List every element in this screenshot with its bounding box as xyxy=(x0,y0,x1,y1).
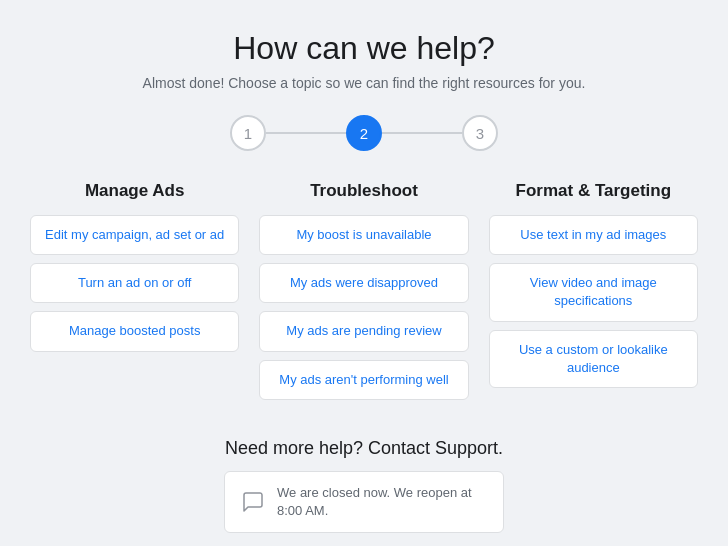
column-troubleshoot: Troubleshoot My boost is unavailable My … xyxy=(249,181,478,408)
option-edit-campaign[interactable]: Edit my campaign, ad set or ad xyxy=(30,215,239,255)
option-turn-ad-on-off[interactable]: Turn an ad on or off xyxy=(30,263,239,303)
option-boost-unavailable[interactable]: My boost is unavailable xyxy=(259,215,468,255)
option-custom-audience[interactable]: Use a custom or lookalike audience xyxy=(489,330,698,388)
support-section: Need more help? Contact Support. We are … xyxy=(20,438,708,533)
option-text-in-images[interactable]: Use text in my ad images xyxy=(489,215,698,255)
step-2: 2 xyxy=(346,115,382,151)
option-ads-pending[interactable]: My ads are pending review xyxy=(259,311,468,351)
option-ads-not-performing[interactable]: My ads aren't performing well xyxy=(259,360,468,400)
step-3: 3 xyxy=(462,115,498,151)
page-title: How can we help? xyxy=(233,30,494,67)
column-title-manage-ads: Manage Ads xyxy=(85,181,185,201)
topic-columns: Manage Ads Edit my campaign, ad set or a… xyxy=(20,181,708,408)
support-title: Need more help? Contact Support. xyxy=(225,438,503,459)
column-title-format-targeting: Format & Targeting xyxy=(516,181,672,201)
column-format-targeting: Format & Targeting Use text in my ad ima… xyxy=(479,181,708,408)
step-line-2 xyxy=(382,132,462,134)
option-manage-boosted[interactable]: Manage boosted posts xyxy=(30,311,239,351)
column-title-troubleshoot: Troubleshoot xyxy=(310,181,418,201)
stepper: 1 2 3 xyxy=(230,115,498,151)
support-closed-message: We are closed now. We reopen at 8:00 AM. xyxy=(277,484,487,520)
support-box: We are closed now. We reopen at 8:00 AM. xyxy=(224,471,504,533)
chat-icon xyxy=(241,490,265,514)
option-video-image-specs[interactable]: View video and image specifications xyxy=(489,263,698,321)
step-1: 1 xyxy=(230,115,266,151)
option-ads-disapproved[interactable]: My ads were disapproved xyxy=(259,263,468,303)
column-manage-ads: Manage Ads Edit my campaign, ad set or a… xyxy=(20,181,249,408)
step-line-1 xyxy=(266,132,346,134)
page-subtitle: Almost done! Choose a topic so we can fi… xyxy=(143,75,586,91)
